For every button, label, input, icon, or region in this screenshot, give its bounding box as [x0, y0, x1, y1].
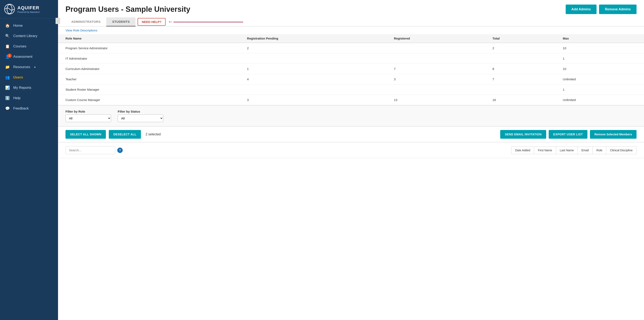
sidebar-item-label: My Reports	[13, 86, 31, 90]
feedback-icon: 💬	[5, 106, 10, 111]
col-total: Total	[485, 34, 555, 43]
pending: 4	[240, 74, 386, 84]
sidebar-item-home[interactable]: 🏠 Home	[0, 20, 58, 31]
table-row: Student Roster Manager 1	[58, 84, 644, 95]
tab-students[interactable]: STUDENTS	[106, 17, 136, 26]
search-icon: 🔍	[5, 34, 10, 38]
filter-status-label: Filter by Status	[118, 110, 163, 113]
role-name: Program Service Administrator	[58, 43, 240, 53]
help-icon: ℹ️	[5, 96, 10, 100]
search-section: ? Date Added First Name Last Name Email …	[58, 142, 644, 158]
max: Unlimited	[555, 95, 644, 105]
add-admins-button[interactable]: Add Admins	[566, 4, 597, 14]
total: 7	[485, 74, 555, 84]
role-name: Teacher	[58, 74, 240, 84]
sidebar: AQUIFER Powered by Aqueduct 🏠 Home 🔍 Con…	[0, 0, 58, 320]
sidebar-item-label: Help	[13, 96, 20, 100]
page-title: Program Users - Sample University	[66, 5, 190, 14]
sort-email-button[interactable]: Email	[578, 146, 592, 154]
help-circle-icon[interactable]: ?	[117, 148, 123, 153]
sidebar-item-my-reports[interactable]: 📊 My Reports	[0, 83, 58, 93]
sort-buttons: Date Added First Name Last Name Email Ro…	[511, 146, 636, 154]
tab-administrators[interactable]: ADMINISTRATORS	[66, 17, 106, 26]
main-content: Program Users - Sample University Add Ad…	[58, 0, 644, 320]
view-role-descriptions-link[interactable]: View Role Descriptions	[58, 26, 644, 34]
sidebar-item-feedback[interactable]: 💬 Feedback	[0, 103, 58, 114]
col-registered: Registered	[386, 34, 485, 43]
sort-role-button[interactable]: Role	[592, 146, 606, 154]
sidebar-item-assessment[interactable]: 👤 Assessment 1	[0, 51, 58, 62]
aquifer-logo-icon	[4, 4, 15, 14]
reports-icon: 📊	[5, 85, 10, 90]
select-all-button[interactable]: SELECT ALL SHOWN	[66, 130, 106, 139]
sidebar-item-label: Users	[13, 75, 23, 79]
total: 8	[485, 64, 555, 74]
sidebar-item-content-library[interactable]: 🔍 Content Library	[0, 31, 58, 41]
sidebar-item-users[interactable]: 👥 Users	[0, 72, 58, 83]
assessment-badge: 1	[8, 54, 12, 58]
pending: 2	[240, 43, 386, 53]
max: Unlimited	[555, 74, 644, 84]
selected-count: 2 selected	[146, 132, 160, 136]
table-row: Curriculum Administrator 1 7 8 10	[58, 64, 644, 74]
sidebar-item-courses[interactable]: 📋 Courses	[0, 41, 58, 51]
resources-icon: 📁	[5, 65, 10, 69]
action-bar: SELECT ALL SHOWN DESELECT ALL 2 selected…	[58, 127, 644, 142]
logo-title: AQUIFER	[18, 5, 40, 10]
action-bar-right: Send Email Invitation Export User List R…	[500, 130, 636, 139]
tab-need-help[interactable]: NEED HELP?	[138, 18, 166, 26]
sort-clinical-discipline-button[interactable]: Clinical Discipline	[606, 146, 636, 154]
sidebar-item-label: Courses	[13, 44, 26, 48]
page-header: Program Users - Sample University Add Ad…	[58, 0, 644, 17]
sidebar-item-help[interactable]: ℹ️ Help	[0, 93, 58, 103]
table-row: Program Service Administrator 2 2 10	[58, 43, 644, 53]
max: 1	[555, 53, 644, 64]
pending: 1	[240, 64, 386, 74]
sidebar-item-label: Assessment	[13, 55, 32, 59]
send-email-invitation-button[interactable]: Send Email Invitation	[500, 130, 546, 139]
table-body: Program Service Administrator 2 2 10 IT …	[58, 43, 644, 105]
max: 1	[555, 84, 644, 95]
role-name: Student Roster Manager	[58, 84, 240, 95]
table-row: IT Administrator 1	[58, 53, 644, 64]
sort-first-name-button[interactable]: First Name	[534, 146, 556, 154]
courses-icon: 📋	[5, 44, 10, 49]
col-max: Max	[555, 34, 644, 43]
filter-role-label: Filter by Role	[66, 110, 111, 113]
registered	[386, 53, 485, 64]
remove-admins-button[interactable]: Remove Admins	[599, 4, 636, 14]
filter-role-select[interactable]: All Program Service Administrator IT Adm…	[66, 114, 111, 122]
home-icon: 🏠	[5, 23, 10, 28]
filter-status-select[interactable]: All Registration Pending Registered	[118, 114, 163, 122]
sidebar-collapse-button[interactable]: ‹	[56, 18, 60, 24]
role-name: IT Administrator	[58, 53, 240, 64]
filter-section: Filter by Role All Program Service Admin…	[58, 105, 644, 127]
sidebar-item-label: Content Library	[13, 34, 37, 38]
export-user-list-button[interactable]: Export User List	[549, 130, 588, 139]
logo: AQUIFER Powered by Aqueduct	[0, 0, 58, 18]
remove-selected-members-button[interactable]: Remove Selected Members	[590, 130, 636, 139]
sidebar-item-resources[interactable]: 📁 Resources ▾	[0, 62, 58, 72]
total: 16	[485, 95, 555, 105]
sidebar-item-label: Resources	[13, 65, 30, 69]
total: 2	[485, 43, 555, 53]
chevron-down-icon: ▾	[34, 66, 36, 69]
role-name: Curriculum Administrator	[58, 64, 240, 74]
roles-table: Role Name Registration Pending Registere…	[58, 34, 644, 105]
search-input[interactable]	[66, 146, 115, 154]
registered	[386, 84, 485, 95]
total	[485, 53, 555, 64]
max: 10	[555, 64, 644, 74]
table-row: Teacher 4 3 7 Unlimited	[58, 74, 644, 84]
sort-date-added-button[interactable]: Date Added	[511, 146, 534, 154]
total	[485, 84, 555, 95]
registered: 3	[386, 74, 485, 84]
col-role-name: Role Name	[58, 34, 240, 43]
table-row: Custom Course Manager 3 13 16 Unlimited	[58, 95, 644, 105]
pending	[240, 84, 386, 95]
logo-subtitle: Powered by Aqueduct	[18, 11, 40, 13]
search-left: ?	[66, 146, 123, 154]
max: 10	[555, 43, 644, 53]
deselect-all-button[interactable]: DESELECT ALL	[109, 130, 141, 139]
sort-last-name-button[interactable]: Last Name	[556, 146, 578, 154]
